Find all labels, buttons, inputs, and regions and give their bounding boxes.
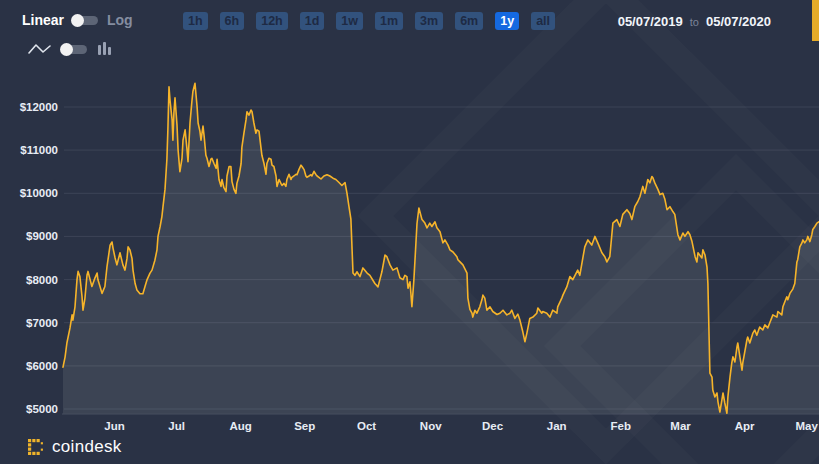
y-tick-label: $10000 — [20, 187, 58, 199]
footer-brand: coindesk — [28, 437, 122, 457]
x-tick-label: Oct — [357, 420, 376, 432]
range-button-1h[interactable]: 1h — [183, 12, 208, 30]
range-buttons: 1h6h12h1d1w1m3m6m1yall — [183, 12, 555, 30]
date-to[interactable]: 05/07/2020 — [706, 14, 771, 29]
range-button-12h[interactable]: 12h — [256, 12, 288, 30]
price-chart[interactable]: $12000$11000$10000$9000$8000$7000$6000$5… — [0, 0, 819, 464]
chart-type-toggle-switch[interactable] — [62, 45, 87, 54]
y-tick-label: $5000 — [26, 403, 58, 415]
range-button-3m[interactable]: 3m — [415, 12, 443, 30]
log-label[interactable]: Log — [107, 12, 133, 28]
range-button-1w[interactable]: 1w — [336, 12, 363, 30]
line-chart-icon — [28, 40, 52, 58]
range-button-all[interactable]: all — [531, 12, 555, 30]
x-tick-label: Apr — [735, 420, 755, 432]
x-tick-label: Aug — [229, 420, 251, 432]
range-button-1m[interactable]: 1m — [375, 12, 403, 30]
date-range: 05/07/2019 to 05/07/2020 — [618, 14, 771, 29]
scrollbar-thumb[interactable] — [812, 0, 819, 41]
y-tick-label: $6000 — [26, 360, 58, 372]
y-tick-label: $9000 — [26, 230, 58, 242]
scale-toggle-switch[interactable] — [73, 16, 98, 25]
range-button-1y[interactable]: 1y — [495, 12, 519, 30]
x-tick-label: Mar — [670, 420, 691, 432]
x-tick-label: Nov — [420, 420, 442, 432]
range-button-1d[interactable]: 1d — [300, 12, 325, 30]
range-button-6m[interactable]: 6m — [455, 12, 483, 30]
x-tick-label: May — [795, 420, 818, 432]
coindesk-logo-icon — [28, 439, 44, 455]
toggle-knob — [71, 14, 84, 27]
date-from[interactable]: 05/07/2019 — [618, 14, 683, 29]
y-tick-label: $12000 — [20, 101, 58, 113]
x-tick-label: Jul — [168, 420, 185, 432]
coindesk-btc-price-chart-app: $12000$11000$10000$9000$8000$7000$6000$5… — [0, 0, 819, 464]
x-tick-label: Sep — [294, 420, 315, 432]
range-button-6h[interactable]: 6h — [220, 12, 245, 30]
y-tick-label: $11000 — [20, 144, 58, 156]
price-chart-svg[interactable]: $12000$11000$10000$9000$8000$7000$6000$5… — [0, 0, 819, 464]
coindesk-brand-text: coindesk — [52, 437, 122, 457]
chart-type-toggle-group — [28, 40, 113, 58]
linear-label[interactable]: Linear — [22, 12, 64, 28]
x-tick-label: Jan — [547, 420, 567, 432]
price-area — [63, 83, 819, 413]
y-tick-label: $7000 — [26, 317, 58, 329]
date-separator: to — [690, 16, 699, 28]
y-tick-label: $8000 — [26, 274, 58, 286]
x-tick-label: Feb — [610, 420, 630, 432]
bar-chart-icon — [97, 40, 113, 58]
scale-toggle-group: Linear Log — [22, 12, 133, 28]
x-tick-label: Dec — [482, 420, 504, 432]
x-tick-label: Jun — [104, 420, 124, 432]
toggle-knob — [60, 43, 73, 56]
